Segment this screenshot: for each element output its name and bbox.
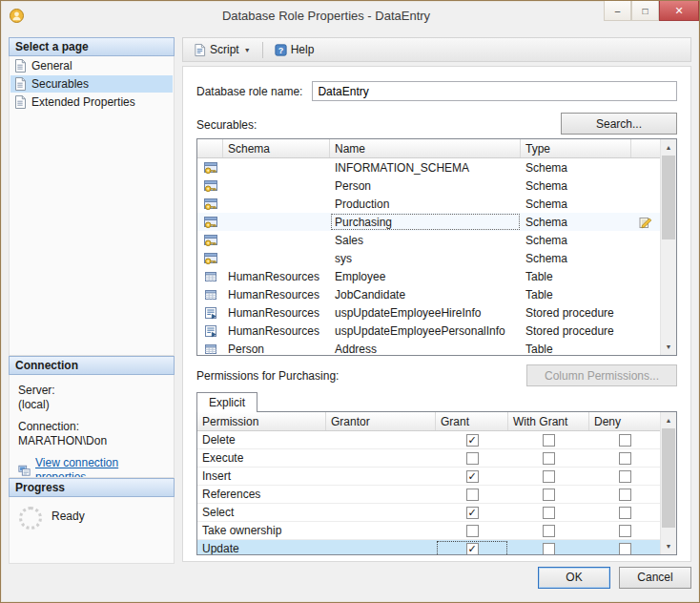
deny-checkbox-cell [589,468,660,485]
edit-pencil-icon[interactable] [631,213,660,231]
scroll-thumb[interactable] [662,428,675,528]
view-connection-properties-link[interactable]: View connection properties [35,456,165,478]
dialog-body: Select a page GeneralSecurablesExtended … [1,30,699,602]
permission-row-insert[interactable]: Insert✓ [197,468,660,486]
securable-type: Schema [521,213,631,231]
grant-checkbox[interactable] [466,452,479,465]
grant-checkbox-cell: ✓ [436,468,508,485]
page-icon [14,59,27,73]
permission-row-take-ownership[interactable]: Take ownership [197,522,660,540]
securables-row-information-schema[interactable]: INFORMATION_SCHEMASchema [197,158,660,177]
deny-checkbox[interactable] [619,507,631,519]
with-grant-checkbox-cell [508,504,589,521]
permission-row-select[interactable]: Select✓ [197,504,660,522]
deny-column-header[interactable]: Deny [589,412,660,430]
connection-header: Connection [9,356,175,375]
permission-grantor [326,504,436,521]
securables-row-production[interactable]: ProductionSchema [197,195,660,213]
deny-checkbox[interactable] [619,543,631,555]
with-grant-checkbox-cell [508,468,589,485]
securable-name: Purchasing [330,213,521,231]
grant-checkbox[interactable]: ✓ [466,507,479,519]
progress-pane: Progress Ready [9,478,175,564]
permission-name: Update [197,540,326,554]
help-button[interactable]: ? Help [268,39,321,60]
sidebar-item-general[interactable]: General [10,57,173,74]
deny-checkbox-cell [589,486,660,503]
deny-checkbox[interactable] [619,525,631,537]
securables-row-address[interactable]: PersonAddressTable [197,340,660,355]
deny-checkbox-cell [589,431,660,448]
with-grant-checkbox[interactable] [543,489,555,501]
column-permissions-button[interactable]: Column Permissions... [526,364,677,386]
grant-checkbox[interactable]: ✓ [466,543,479,555]
securable-type: Stored procedure [521,303,631,322]
securable-schema [223,158,330,177]
with-grant-column-header[interactable]: With Grant [508,412,589,430]
maximize-button[interactable]: □ [631,1,659,21]
name-column-header[interactable]: Name [330,139,521,157]
search-button[interactable]: Search... [561,113,677,135]
type-column-header[interactable]: Type [521,139,631,157]
securables-row-sales[interactable]: SalesSchema [197,231,660,249]
close-button[interactable]: ✕ [659,1,699,21]
securables-row-sys[interactable]: sysSchema [197,249,660,267]
securable-name: uspUpdateEmployeePersonalInfo [330,322,521,340]
deny-checkbox[interactable] [619,434,631,447]
permission-row-references[interactable]: References [197,486,660,504]
tab-explicit[interactable]: Explicit [196,392,257,412]
grant-checkbox[interactable] [466,525,479,537]
scroll-track[interactable] [661,428,676,538]
with-grant-checkbox[interactable] [543,525,555,537]
deny-checkbox[interactable] [619,452,631,465]
with-grant-checkbox[interactable] [543,470,555,483]
script-button[interactable]: Script ▼ [187,39,257,60]
permission-row-update[interactable]: Update✓ [197,540,660,554]
grantor-column-header[interactable]: Grantor [326,412,436,430]
grant-checkbox[interactable]: ✓ [466,470,479,483]
securables-row-uspupdateemployeepersonalinfo[interactable]: HumanResourcesuspUpdateEmployeePersonalI… [197,322,660,340]
scroll-down-icon[interactable]: ▼ [661,339,676,355]
securables-row-person[interactable]: PersonSchema [197,177,660,195]
permission-row-execute[interactable]: Execute [197,449,660,468]
securables-row-jobcandidate[interactable]: HumanResourcesJobCandidateTable [197,285,660,303]
ok-button[interactable]: OK [538,567,610,589]
minimize-button[interactable]: – [604,1,631,21]
edit-cell [631,285,660,303]
with-grant-checkbox-cell [508,522,589,539]
permission-row-delete[interactable]: Delete✓ [197,431,660,449]
securables-row-uspupdateemployeehireinfo[interactable]: HumanResourcesuspUpdateEmployeeHireInfoS… [197,303,660,322]
sidebar-item-securables[interactable]: Securables [10,75,173,93]
scroll-track[interactable] [661,156,676,339]
securables-scrollbar[interactable]: ▲ ▼ [660,139,676,355]
scroll-thumb[interactable] [662,156,675,239]
permissions-rows: Delete✓ExecuteInsert✓ReferencesSelect✓Ta… [197,431,660,554]
permissions-scrollbar[interactable]: ▲ ▼ [660,412,676,554]
with-grant-checkbox[interactable] [543,507,555,519]
with-grant-checkbox[interactable] [543,452,555,465]
securables-row-purchasing[interactable]: PurchasingSchema [197,213,660,231]
securable-name: Employee [330,267,521,285]
edit-column-header [631,139,660,157]
icon-column-header[interactable] [197,139,223,157]
securable-schema [223,249,330,267]
deny-checkbox[interactable] [619,470,631,483]
securables-row-employee[interactable]: HumanResourcesEmployeeTable [197,267,660,285]
scroll-up-icon[interactable]: ▲ [661,139,676,156]
script-dropdown-icon[interactable]: ▼ [244,47,251,53]
schema-column-header[interactable]: Schema [223,139,330,157]
with-grant-checkbox[interactable] [543,434,555,447]
scroll-down-icon[interactable]: ▼ [661,538,676,554]
deny-checkbox-cell [589,522,660,539]
role-name-input[interactable] [312,81,677,101]
cancel-button[interactable]: Cancel [619,567,691,589]
deny-checkbox[interactable] [619,489,631,501]
grant-checkbox[interactable]: ✓ [466,434,479,447]
permission-column-header[interactable]: Permission [197,412,326,430]
sidebar-item-extended-properties[interactable]: Extended Properties [10,94,173,111]
scroll-up-icon[interactable]: ▲ [661,412,676,428]
grant-column-header[interactable]: Grant [436,412,508,430]
grant-checkbox[interactable] [466,489,479,501]
with-grant-checkbox[interactable] [543,543,555,555]
securable-schema: HumanResources [223,303,330,322]
